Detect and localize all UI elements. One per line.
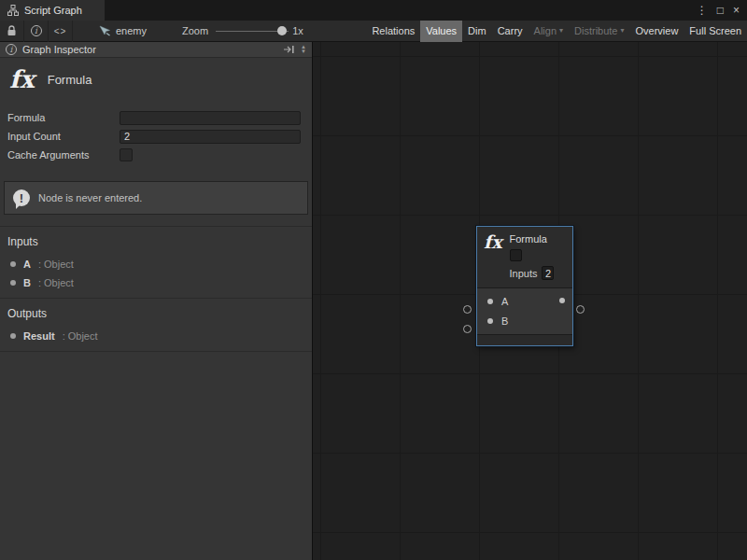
connector-ring-output[interactable] [576, 305, 585, 314]
port-row-b: B [477, 311, 572, 330]
carry-button[interactable]: Carry [492, 21, 529, 42]
relations-label: Relations [372, 25, 415, 36]
formula-fx-icon: fx [9, 67, 35, 91]
titlebar: Script Graph ⋮ □ × [0, 0, 747, 21]
zoom-slider[interactable] [216, 21, 289, 42]
node-input-count-field[interactable]: 2 [542, 266, 554, 280]
info-icon: i [6, 44, 17, 55]
pin-name: A [23, 259, 31, 270]
tab-label: Script Graph [24, 5, 82, 16]
warning-text: Node is never entered. [38, 192, 142, 203]
relations-button[interactable]: Relations [366, 21, 420, 42]
inspector-toggle-button[interactable]: i [24, 21, 49, 42]
formula-input[interactable] [120, 111, 301, 125]
graph-canvas[interactable]: fx Formula Inputs 2 A [313, 42, 747, 560]
node-ports: A B [477, 287, 572, 334]
script-graph-icon [7, 5, 19, 16]
dim-button[interactable]: Dim [462, 21, 492, 42]
scroll-down-icon[interactable]: ▼ [301, 49, 306, 54]
align-button[interactable]: Align ▾ [529, 21, 569, 42]
distribute-button[interactable]: Distribute ▾ [569, 21, 629, 42]
warning-box: ! Node is never entered. [4, 181, 308, 215]
input-count-label: Input Count [7, 131, 120, 142]
port-dot-icon [10, 280, 16, 286]
dock-panel-icon[interactable] [283, 45, 295, 54]
zoom-label: Zoom [182, 25, 208, 36]
port-row-a: A [477, 291, 572, 311]
pin-name: B [23, 277, 31, 288]
window-controls: ⋮ □ × [697, 0, 747, 21]
graph-inspector-panel: i Graph Inspector ▲ ▼ fx Formula Formula… [0, 42, 313, 560]
align-label: Align [534, 25, 557, 36]
panel-scrollbar[interactable]: ▲ ▼ [301, 45, 308, 54]
node-inputs-label: Inputs [510, 268, 538, 279]
fullscreen-label: Full Screen [689, 25, 741, 36]
input-pin-row-a: A : Object [0, 255, 312, 273]
inspector-fields: Formula Input Count Cache Arguments [0, 105, 312, 172]
graph-asset-icon [99, 25, 111, 36]
inspector-empty-area [0, 351, 312, 538]
dim-label: Dim [468, 25, 486, 36]
formula-fx-icon: fx [484, 233, 502, 280]
port-b-label: B [501, 315, 508, 327]
warning-icon: ! [13, 189, 30, 206]
node-type-header: fx Formula [0, 58, 312, 105]
input-port-b-icon[interactable] [487, 318, 493, 324]
inputs-section-header: Inputs [0, 227, 312, 255]
cache-arguments-label: Cache Arguments [7, 149, 120, 161]
tab-script-graph[interactable]: Script Graph [0, 0, 105, 21]
script-graph-window: Script Graph ⋮ □ × i <> enemy Z [0, 0, 747, 560]
lock-button[interactable] [0, 21, 24, 42]
close-icon[interactable]: × [733, 4, 740, 17]
chevron-down-icon: ▾ [621, 27, 625, 35]
values-label: Values [426, 25, 457, 36]
inspector-header-title: Graph Inspector [22, 44, 96, 55]
node-title: Formula [510, 233, 555, 245]
window-menu-icon[interactable]: ⋮ [697, 4, 708, 17]
input-count-field-row: Input Count [7, 127, 301, 146]
node-inputs-row: Inputs 2 [510, 266, 555, 280]
port-dot-icon [10, 333, 16, 339]
port-a-label: A [501, 296, 508, 307]
output-port-result-icon[interactable] [559, 298, 565, 303]
cache-arguments-checkbox[interactable] [120, 148, 133, 161]
connector-ring-input-a[interactable] [463, 305, 472, 314]
connector-ring-input-b[interactable] [463, 325, 472, 333]
code-icon: <> [54, 26, 67, 36]
formula-field-label: Formula [7, 112, 120, 123]
formula-node-header[interactable]: fx Formula Inputs 2 [477, 227, 572, 287]
edit-script-button[interactable]: <> [49, 21, 73, 42]
inspector-header: i Graph Inspector ▲ ▼ [0, 42, 312, 58]
pin-type: : Object [38, 277, 74, 288]
pin-type: : Object [63, 330, 98, 342]
lock-icon [7, 25, 17, 36]
pin-type: : Object [38, 259, 74, 270]
input-pin-row-b: B : Object [0, 273, 312, 292]
carry-label: Carry [498, 25, 523, 36]
values-button[interactable]: Values [420, 21, 462, 42]
overview-label: Overview [636, 25, 679, 36]
formula-node[interactable]: fx Formula Inputs 2 A [476, 226, 573, 346]
node-formula-field[interactable] [510, 249, 522, 261]
distribute-label: Distribute [574, 25, 617, 36]
formula-field-row: Formula [7, 108, 301, 127]
inspector-node-title: Formula [48, 73, 92, 87]
input-count-input[interactable] [120, 130, 301, 144]
overview-button[interactable]: Overview [630, 21, 684, 42]
info-icon: i [31, 25, 42, 36]
fullscreen-button[interactable]: Full Screen [684, 21, 747, 42]
maximize-icon[interactable]: □ [717, 4, 724, 17]
cache-arguments-field-row: Cache Arguments [7, 146, 301, 164]
zoom-value: 1x [292, 25, 303, 36]
pin-name: Result [23, 330, 55, 342]
outputs-section: Outputs Result : Object [0, 298, 312, 351]
graph-toolbar: i <> enemy Zoom 1x Relations Values [0, 21, 747, 42]
outputs-section-header: Outputs [0, 299, 312, 327]
node-footer [477, 334, 572, 345]
input-port-a-icon[interactable] [487, 299, 493, 304]
output-pin-row-result: Result : Object [0, 327, 312, 345]
inputs-section: Inputs A : Object B : Object [0, 226, 312, 298]
graph-reference-label: enemy [116, 25, 147, 36]
zoom-slider-knob[interactable] [277, 26, 287, 35]
graph-reference[interactable]: enemy [99, 25, 147, 36]
